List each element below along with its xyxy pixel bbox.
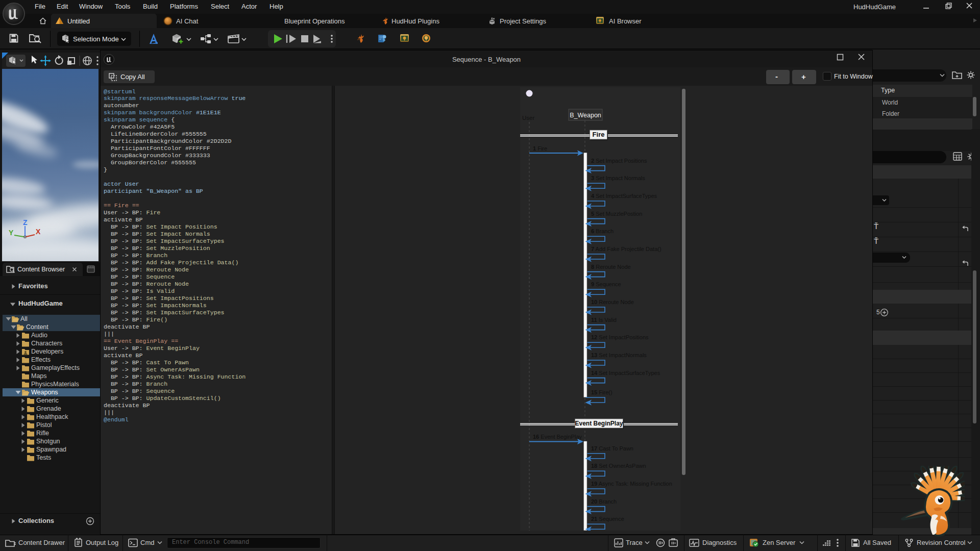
svg-text:9 Sequence: 9 Sequence <box>591 281 621 287</box>
svg-text:7 Add Fake Projectile Data(): 7 Add Fake Projectile Data() <box>591 246 662 252</box>
svg-text:5 Set MuzzlePostion: 5 Set MuzzlePostion <box>591 211 642 217</box>
svg-text:19 Async Task: Missing Functio: 19 Async Task: Missing Function <box>591 481 672 487</box>
svg-text:20 Branch: 20 Branch <box>591 498 617 505</box>
svg-text:15 Fire(): 15 Fire() <box>591 389 612 395</box>
svg-text:8 Reroute Node: 8 Reroute Node <box>591 264 631 270</box>
svg-text:17 Cast To Pawn: 17 Cast To Pawn <box>591 445 633 452</box>
svg-text:14 Set ImpactSurfaceTypes: 14 Set ImpactSurfaceTypes <box>591 370 660 376</box>
svg-text:Fire: Fire <box>593 131 605 138</box>
svg-text:18 Set OwnerAsPawn: 18 Set OwnerAsPawn <box>591 463 646 469</box>
svg-text:Y: Y <box>9 229 14 237</box>
svg-text:2 Set Impact Positions: 2 Set Impact Positions <box>591 158 647 164</box>
svg-text:13 Set ImpactNormals: 13 Set ImpactNormals <box>591 352 647 358</box>
svg-text:X: X <box>36 228 41 236</box>
svg-text:10 Reroute Node: 10 Reroute Node <box>591 299 634 305</box>
svg-text:B_Weapon: B_Weapon <box>570 112 601 119</box>
svg-text:12 Set ImpactPositions: 12 Set ImpactPositions <box>591 334 649 340</box>
svg-text:4 Set ImpactSurfaceTypes: 4 Set ImpactSurfaceTypes <box>591 193 657 199</box>
svg-text:Event BeginPlay: Event BeginPlay <box>575 420 623 427</box>
svg-text:11 Is Valid: 11 Is Valid <box>591 317 617 323</box>
svg-text:1 Fire: 1 Fire <box>533 145 547 152</box>
svg-text:3 Set Impact Normals: 3 Set Impact Normals <box>591 175 645 181</box>
svg-text:User: User <box>522 115 534 121</box>
svg-text:16 Event BeginPlay: 16 Event BeginPlay <box>533 434 582 440</box>
svg-text:6 Branch: 6 Branch <box>591 228 614 234</box>
svg-text:21 Sequence: 21 Sequence <box>591 516 624 522</box>
svg-text:Z: Z <box>23 218 28 227</box>
